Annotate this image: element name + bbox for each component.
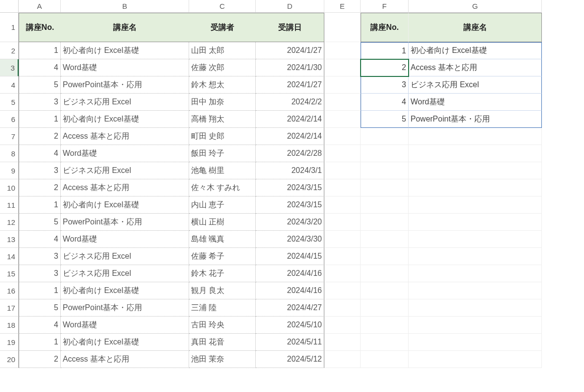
cell-G2[interactable]: 初心者向け Excel基礎: [409, 42, 542, 59]
cell-D6[interactable]: 2024/2/14: [256, 111, 324, 128]
cell-A14[interactable]: 3: [19, 248, 61, 265]
cell-G1[interactable]: 講座名: [409, 13, 542, 42]
cell-B2[interactable]: 初心者向け Excel基礎: [61, 42, 189, 59]
cell-D9[interactable]: 2024/3/1: [256, 162, 324, 179]
cell-B12[interactable]: PowerPoint基本・応用: [61, 214, 189, 231]
col-header-C[interactable]: C: [189, 0, 256, 13]
cell-E18[interactable]: [324, 317, 361, 334]
cell-E15[interactable]: [324, 265, 361, 282]
cell-C16[interactable]: 観月 良太: [189, 282, 256, 299]
cell-B11[interactable]: 初心者向け Excel基礎: [61, 196, 189, 214]
cell-D19[interactable]: 2024/5/11: [256, 334, 324, 351]
cell-A19[interactable]: 1: [19, 334, 61, 351]
cell-F19[interactable]: [361, 334, 409, 351]
cell-F15[interactable]: [361, 265, 409, 282]
cell-F18[interactable]: [361, 317, 409, 334]
cell-D16[interactable]: 2024/4/16: [256, 282, 324, 299]
cell-A15[interactable]: 3: [19, 265, 61, 282]
cell-D13[interactable]: 2024/3/30: [256, 231, 324, 248]
col-header-B[interactable]: B: [61, 0, 189, 13]
cell-G14[interactable]: [409, 248, 542, 265]
cell-A11[interactable]: 1: [19, 196, 61, 214]
cell-C14[interactable]: 佐藤 希子: [189, 248, 256, 265]
cell-F4[interactable]: 3: [361, 76, 409, 94]
cell-F7[interactable]: [361, 128, 409, 145]
cell-G20[interactable]: [409, 351, 542, 368]
cell-D8[interactable]: 2024/2/28: [256, 145, 324, 162]
cell-F13[interactable]: [361, 231, 409, 248]
cell-A6[interactable]: 1: [19, 111, 61, 128]
cell-A1[interactable]: 講座No.: [19, 13, 61, 42]
cell-E16[interactable]: [324, 282, 361, 299]
cell-A13[interactable]: 4: [19, 231, 61, 248]
cell-F2[interactable]: 1: [361, 42, 409, 59]
cell-D14[interactable]: 2024/4/15: [256, 248, 324, 265]
row-header-4[interactable]: 4: [0, 76, 19, 94]
cell-C11[interactable]: 内山 恵子: [189, 196, 256, 214]
cell-B1[interactable]: 講座名: [61, 13, 189, 42]
cell-D1[interactable]: 受講日: [256, 13, 324, 42]
cell-B19[interactable]: 初心者向け Excel基礎: [61, 334, 189, 351]
cell-G10[interactable]: [409, 179, 542, 196]
cell-G19[interactable]: [409, 334, 542, 351]
cell-E9[interactable]: [324, 162, 361, 179]
row-header-2[interactable]: 2: [0, 42, 19, 59]
row-header-10[interactable]: 10: [0, 179, 19, 196]
cell-D2[interactable]: 2024/1/27: [256, 42, 324, 59]
col-header-E[interactable]: E: [324, 0, 361, 13]
cell-C2[interactable]: 山田 太郎: [189, 42, 256, 59]
cell-C1[interactable]: 受講者: [189, 13, 256, 42]
cell-B15[interactable]: ビジネス応用 Excel: [61, 265, 189, 282]
cell-G6[interactable]: PowerPoint基本・応用: [409, 111, 542, 128]
row-header-3[interactable]: 3: [0, 59, 19, 76]
cell-G7[interactable]: [409, 128, 542, 145]
cell-D15[interactable]: 2024/4/16: [256, 265, 324, 282]
cell-B20[interactable]: Access 基本と応用: [61, 351, 189, 368]
cell-D3[interactable]: 2024/1/30: [256, 59, 324, 76]
cell-D7[interactable]: 2024/2/14: [256, 128, 324, 145]
row-header-17[interactable]: 17: [0, 299, 19, 317]
row-header-18[interactable]: 18: [0, 317, 19, 334]
col-header-F[interactable]: F: [361, 0, 409, 13]
cell-B4[interactable]: PowerPoint基本・応用: [61, 76, 189, 94]
cell-E20[interactable]: [324, 351, 361, 368]
cell-A9[interactable]: 3: [19, 162, 61, 179]
row-header-19[interactable]: 19: [0, 334, 19, 351]
cell-D11[interactable]: 2024/3/15: [256, 196, 324, 214]
cell-E14[interactable]: [324, 248, 361, 265]
select-all-corner[interactable]: [0, 0, 19, 13]
cell-E17[interactable]: [324, 299, 361, 317]
cell-A8[interactable]: 4: [19, 145, 61, 162]
cell-F20[interactable]: [361, 351, 409, 368]
cell-G13[interactable]: [409, 231, 542, 248]
cell-G11[interactable]: [409, 196, 542, 214]
cell-G15[interactable]: [409, 265, 542, 282]
cell-E12[interactable]: [324, 214, 361, 231]
cell-E3[interactable]: [324, 59, 361, 76]
row-header-16[interactable]: 16: [0, 282, 19, 299]
cell-C19[interactable]: 真田 花音: [189, 334, 256, 351]
col-header-G[interactable]: G: [409, 0, 542, 13]
cell-A7[interactable]: 2: [19, 128, 61, 145]
cell-A2[interactable]: 1: [19, 42, 61, 59]
cell-B3[interactable]: Word基礎: [61, 59, 189, 76]
cell-C15[interactable]: 鈴木 花子: [189, 265, 256, 282]
cell-B13[interactable]: Word基礎: [61, 231, 189, 248]
row-header-14[interactable]: 14: [0, 248, 19, 265]
cell-D12[interactable]: 2024/3/20: [256, 214, 324, 231]
cell-G5[interactable]: Word基礎: [409, 94, 542, 111]
cell-B10[interactable]: Access 基本と応用: [61, 179, 189, 196]
cell-B6[interactable]: 初心者向け Excel基礎: [61, 111, 189, 128]
row-header-6[interactable]: 6: [0, 111, 19, 128]
cell-F3[interactable]: 2: [361, 59, 409, 76]
row-header-7[interactable]: 7: [0, 128, 19, 145]
cell-C18[interactable]: 古田 玲央: [189, 317, 256, 334]
cell-C17[interactable]: 三浦 陸: [189, 299, 256, 317]
cell-G9[interactable]: [409, 162, 542, 179]
cell-A16[interactable]: 1: [19, 282, 61, 299]
row-header-5[interactable]: 5: [0, 94, 19, 111]
cell-G16[interactable]: [409, 282, 542, 299]
cell-D17[interactable]: 2024/4/27: [256, 299, 324, 317]
cell-G4[interactable]: ビジネス応用 Excel: [409, 76, 542, 94]
cell-E5[interactable]: [324, 94, 361, 111]
